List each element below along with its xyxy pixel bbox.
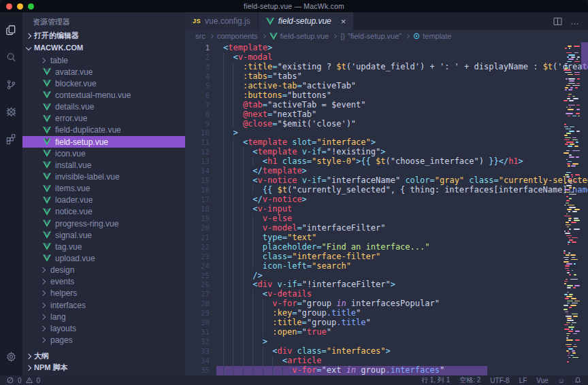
line-number: 14 [185, 167, 216, 176]
zoom-window-button[interactable] [28, 3, 34, 10]
code-line-5[interactable]: 5 :active-tab="activeTab" [185, 82, 567, 91]
tree-item-install.vue[interactable]: install.vue [22, 159, 185, 171]
status-item[interactable]: LF [519, 377, 527, 384]
tab-vue-config-js[interactable]: JS vue.config.js [185, 12, 259, 30]
tree-item-lang[interactable]: lang [22, 311, 185, 322]
tree-item-pages[interactable]: pages [22, 334, 185, 346]
code-line-3[interactable]: 3 :title="existing ? $t('update_field') … [185, 63, 567, 72]
code-line-10[interactable]: 10 > [185, 129, 567, 138]
breadcrumb-item-5[interactable]: template [413, 32, 451, 40]
tab-field-setup-vue[interactable]: field-setup.vue × [259, 12, 354, 30]
tree-item-loader.vue[interactable]: loader.vue [22, 195, 185, 206]
code-line-8[interactable]: 8 @next="nextTab" [185, 110, 567, 120]
tree-item-interfaces[interactable]: interfaces [22, 299, 185, 311]
minimap[interactable] [563, 42, 581, 375]
search-icon[interactable] [0, 44, 22, 71]
code-editor[interactable]: 1<template>2 <v-modal3 :title="existing … [185, 42, 588, 375]
code-line-2[interactable]: 2 <v-modal [185, 53, 567, 63]
tree-item-error.vue[interactable]: error.vue [22, 113, 185, 124]
code-line-29[interactable]: 29 :key="group.title" [185, 309, 567, 318]
warnings-count[interactable]: 0 [37, 377, 41, 384]
code-line-23[interactable]: 23 class="interface-filter" [185, 252, 567, 262]
tree-item-upload.vue[interactable]: upload.vue [22, 252, 185, 264]
errors-count[interactable]: 0 [18, 377, 22, 384]
warnings-indicator[interactable] [26, 377, 33, 384]
code-line-11[interactable]: 11 <template slot="interface"> [185, 138, 567, 148]
explorer-icon[interactable] [0, 16, 22, 44]
code-line-24[interactable]: 24 icon-left="search" [185, 262, 567, 271]
code-line-26[interactable]: 26 <div v-if="!interfaceFilter"> [185, 280, 567, 290]
code-line-16[interactable]: 16 {{ $t("currently_selected", { thing: … [185, 186, 567, 195]
code-line-4[interactable]: 4 :tabs="tabs" [185, 72, 567, 82]
settings-gear-icon[interactable] [0, 343, 22, 370]
tree-item-field-duplicate.vue[interactable]: field-duplicate.vue [22, 124, 185, 136]
tree-item-icon.vue[interactable]: icon.vue [22, 148, 185, 159]
tree-item-design[interactable]: design [22, 265, 185, 276]
tree-item-contextual-menu.vue[interactable]: contextual-menu.vue [22, 89, 185, 101]
breadcrumb-item-2[interactable]: components [217, 32, 258, 40]
code-line-17[interactable]: 17 </v-notice> [185, 195, 567, 205]
minimize-window-button[interactable] [17, 3, 23, 10]
close-window-button[interactable] [6, 3, 12, 10]
tree-item-field-setup.vue[interactable]: field-setup.vue [22, 136, 185, 148]
code-line-34[interactable]: 34 <article [185, 356, 567, 366]
extensions-icon[interactable] [0, 125, 22, 152]
errors-indicator[interactable] [7, 377, 14, 384]
tree-item-items.vue[interactable]: items.vue [22, 183, 185, 195]
code-line-14[interactable]: 14 </template> [185, 167, 567, 176]
tree-item-progress-ring.vue[interactable]: progress-ring.vue [22, 218, 185, 229]
scrollbar-thumb[interactable] [581, 42, 588, 69]
section-open-editors[interactable]: 打开的编辑器 [22, 30, 185, 41]
section-npm-scripts[interactable]: NPM 脚本 [22, 362, 185, 373]
code-line-12[interactable]: 12 <template v-if="!existing"> [185, 148, 567, 157]
code-line-31[interactable]: 31 :open="true" [185, 328, 567, 337]
status-item[interactable]: 行 1, 列 1 [421, 375, 450, 385]
tree-item-notice.vue[interactable]: notice.vue [22, 206, 185, 218]
section-outline[interactable]: 大纲 [22, 350, 185, 362]
chevron-right-icon [40, 290, 46, 296]
code-line-30[interactable]: 30 :title="group.title" [185, 318, 567, 328]
split-editor-icon[interactable] [553, 17, 562, 26]
tree-item-tag.vue[interactable]: tag.vue [22, 241, 185, 252]
tree-item-avatar.vue[interactable]: avatar.vue [22, 66, 185, 78]
status-item[interactable]: 空格: 2 [459, 375, 480, 385]
breadcrumb-item-1[interactable]: src [195, 32, 206, 40]
status-item[interactable]: Vue [536, 377, 548, 384]
source-control-icon[interactable] [0, 71, 22, 98]
code-line-7[interactable]: 7 @tab="activeTab = $event" [185, 101, 567, 110]
tree-item-details.vue[interactable]: details.vue [22, 101, 185, 113]
breadcrumb-item-4[interactable]: {}"field-setup.vue" [340, 32, 402, 40]
code-line-9[interactable]: 9 @close="$emit('close')" [185, 120, 567, 129]
code-line-27[interactable]: 27 <v-details [185, 290, 567, 299]
debug-icon[interactable] [0, 98, 22, 125]
code-line-22[interactable]: 22 placeholder="Find an interface..." [185, 243, 567, 252]
code-line-19[interactable]: 19 v-else [185, 214, 567, 224]
code-line-32[interactable]: 32 > [185, 337, 567, 347]
breadcrumb-item-3[interactable]: field-setup.vue [270, 32, 329, 40]
code-line-6[interactable]: 6 :buttons="buttons" [185, 91, 567, 101]
notifications-bell-icon[interactable] [574, 377, 581, 384]
tree-item-table[interactable]: table [22, 54, 185, 66]
tree-item-helpers[interactable]: helpers [22, 288, 185, 299]
more-actions-icon[interactable]: … [570, 16, 580, 27]
code-line-15[interactable]: 15 <v-notice v-if="interfaceName" color=… [185, 176, 567, 186]
section-workspace-root[interactable]: MACWK.COM [22, 41, 185, 53]
status-item[interactable]: UTF-8 [490, 377, 509, 384]
code-line-33[interactable]: 33 <div class="interfaces"> [185, 347, 567, 356]
code-line-18[interactable]: 18 <v-input [185, 205, 567, 214]
tree-item-events[interactable]: events [22, 276, 185, 288]
tree-item-blocker.vue[interactable]: blocker.vue [22, 78, 185, 89]
code-line-35[interactable]: 35 v-for="ext in group.interfaces" [185, 366, 567, 375]
code-line-1[interactable]: 1<template> [185, 44, 567, 53]
vue-file-icon [266, 18, 274, 25]
code-line-13[interactable]: 13 <h1 class="style-0">{{ $t("choose_int… [185, 157, 567, 167]
code-line-21[interactable]: 21 type="text" [185, 233, 567, 243]
close-tab-icon[interactable]: × [341, 17, 346, 26]
feedback-smiley-icon[interactable]: ☺ [558, 377, 565, 384]
code-line-25[interactable]: 25 /> [185, 271, 567, 281]
tree-item-signal.vue[interactable]: signal.vue [22, 229, 185, 241]
tree-item-layouts[interactable]: layouts [22, 322, 185, 334]
tree-item-invisible-label.vue[interactable]: invisible-label.vue [22, 171, 185, 182]
code-line-20[interactable]: 20 v-model="interfaceFilter" [185, 224, 567, 233]
code-line-28[interactable]: 28 v-for="group in interfacesPopular" [185, 299, 567, 309]
